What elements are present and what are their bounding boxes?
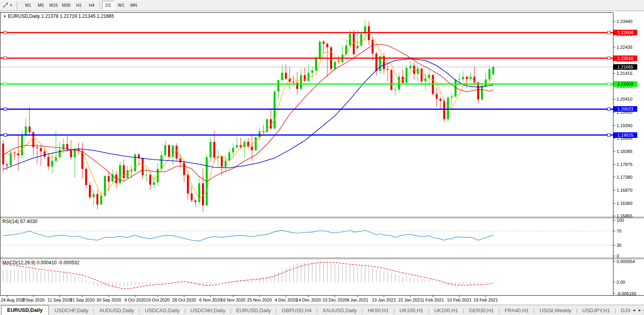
toolbar-drag-handle[interactable] bbox=[17, 2, 19, 9]
chart-tab-usdjpy-h1[interactable]: USDJPY,H1 bbox=[577, 306, 615, 315]
line-handle[interactable] bbox=[4, 31, 7, 34]
date-tick-label: 28 Oct 2020 bbox=[172, 298, 196, 302]
rsi-axis-tick-label: 70 bbox=[617, 229, 621, 233]
bull-candle bbox=[51, 161, 53, 166]
bull-candle bbox=[21, 135, 23, 155]
bear-candle bbox=[123, 165, 125, 178]
bull-candle bbox=[161, 155, 163, 169]
line-handle[interactable] bbox=[4, 83, 7, 86]
bull-candle bbox=[225, 160, 227, 167]
date-tick-label: 2 Sep 2020 bbox=[22, 298, 44, 302]
bear-candle bbox=[176, 146, 178, 158]
chart-window: 1.234401.229301.224351.219251.214151.209… bbox=[0, 11, 644, 305]
bull-candle bbox=[277, 80, 279, 92]
chart-tab-xauusd-daily[interactable]: XAUUSD,Daily bbox=[318, 306, 362, 315]
bear-candle bbox=[251, 147, 253, 151]
macd-value: 0.000410 bbox=[37, 260, 57, 265]
bull-candle bbox=[406, 68, 408, 83]
line-handle[interactable] bbox=[607, 83, 610, 86]
price-tag: 1.21002 bbox=[613, 81, 637, 87]
bear-candle bbox=[96, 194, 98, 205]
bull-candle bbox=[93, 194, 95, 197]
bear-candle bbox=[213, 142, 215, 158]
chart-tab-eurusd-daily[interactable]: EURUSD,Daily bbox=[1, 305, 49, 315]
timeframe-button-m5[interactable]: M5 bbox=[35, 1, 47, 10]
bear-candle bbox=[40, 148, 42, 151]
timeframe-button-m30[interactable]: M30 bbox=[60, 1, 73, 10]
date-tick-label: 13 Jan 2021 bbox=[372, 298, 396, 302]
tab-scroll-right-icon[interactable]: ► bbox=[638, 308, 642, 312]
bear-candle bbox=[262, 131, 264, 132]
timeframe-button-w1[interactable]: W1 bbox=[115, 1, 127, 10]
bull-candle bbox=[357, 46, 359, 48]
timeframe-button-h1[interactable]: H1 bbox=[73, 1, 85, 10]
date-tick-label: 19 Oct 2020 bbox=[146, 298, 170, 302]
chart-ohlc-values: 1.21378 1.21719 1.21345 1.21665 bbox=[41, 13, 114, 19]
date-tick-label: 25 Nov 2020 bbox=[247, 298, 272, 302]
chart-tab-uk100-h1[interactable]: UK100,H1 bbox=[429, 306, 463, 315]
bull-candle bbox=[334, 62, 336, 69]
date-tick-label: 14 Dec 2020 bbox=[296, 298, 321, 302]
chart-tab-audusd-daily[interactable]: AUDUSD,Daily bbox=[94, 306, 138, 315]
bear-candle bbox=[183, 162, 185, 175]
chart-tab-usdcad-daily[interactable]: USDCAD,Daily bbox=[140, 306, 184, 315]
line-handle[interactable] bbox=[4, 108, 7, 111]
toolbar-separator bbox=[100, 2, 100, 9]
chart-collapse-icon[interactable]: ▼ bbox=[3, 15, 6, 18]
bull-candle bbox=[164, 145, 166, 155]
bull-candle bbox=[492, 67, 494, 74]
line-handle[interactable] bbox=[607, 108, 610, 111]
line-handle[interactable] bbox=[4, 57, 7, 59]
bull-candle bbox=[409, 66, 411, 68]
tab-scroll-left-icon[interactable]: ◄ bbox=[632, 308, 636, 312]
bull-candle bbox=[360, 34, 362, 46]
bear-candle bbox=[443, 101, 445, 119]
price-axis-tick-label: 1.19390 bbox=[617, 123, 632, 128]
chart-title: ▼EURUSD,Daily 1.21378 1.21719 1.21345 1.… bbox=[3, 13, 114, 19]
line-handle[interactable] bbox=[4, 134, 7, 136]
chart-tab-usoil-weekly[interactable]: USOil,Weekly bbox=[535, 306, 576, 315]
bull-candle bbox=[308, 73, 310, 81]
bull-candle bbox=[488, 69, 490, 80]
chart-tab-fra40-h1[interactable]: FRA40,H1 bbox=[500, 306, 534, 315]
date-tick-label: 11 Sep 2020 bbox=[48, 298, 72, 302]
bear-candle bbox=[6, 164, 8, 166]
timeframe-button-mn[interactable]: MN bbox=[127, 1, 140, 10]
date-tick-label: 24 Aug 2020 bbox=[1, 298, 25, 302]
chart-tab-ger30-h1[interactable]: GER30,H1 bbox=[464, 306, 499, 315]
bull-candle bbox=[398, 76, 400, 89]
bull-candle bbox=[127, 170, 129, 178]
timeframe-button-h4[interactable]: H4 bbox=[85, 1, 98, 10]
chart-tab-usdchf-daily[interactable]: USDCHF,Daily bbox=[50, 306, 93, 315]
line-handle[interactable] bbox=[607, 57, 610, 59]
rsi-indicator-label: RSI(14) 57.4030 bbox=[2, 219, 37, 224]
price-chart-canvas[interactable]: 1.234401.229301.224351.219251.214151.209… bbox=[0, 11, 644, 305]
rsi-axis-tick-label: 0 bbox=[617, 254, 619, 258]
timeframe-button-m1[interactable]: M1 bbox=[22, 1, 35, 10]
date-tick-label: 23 Dec 2020 bbox=[323, 298, 347, 302]
chart-tab-uk100-h1[interactable]: UK100,H1 bbox=[395, 306, 428, 315]
date-tick-label: 10 Feb 2021 bbox=[447, 298, 472, 302]
chart-tab-eurusd-daily[interactable]: EURUSD,Daily bbox=[231, 306, 275, 315]
chart-tab-hk50-h1[interactable]: HK50,H1 bbox=[363, 306, 394, 315]
line-handle[interactable] bbox=[607, 134, 610, 136]
price-axis-tick-label: 1.21415 bbox=[617, 71, 632, 76]
line-handle[interactable] bbox=[607, 31, 610, 34]
bear-candle bbox=[327, 44, 329, 47]
bear-candle bbox=[89, 185, 91, 197]
bear-candle bbox=[142, 158, 144, 175]
chart-symbol-label: EURUSD,Daily bbox=[8, 13, 40, 19]
bear-candle bbox=[48, 157, 50, 167]
bear-candle bbox=[138, 155, 140, 158]
price-axis-tick-label: 1.18385 bbox=[617, 149, 632, 154]
timeframe-button-d1[interactable]: D1 bbox=[102, 1, 115, 10]
bull-candle bbox=[300, 75, 302, 89]
bear-candle bbox=[17, 153, 19, 155]
crosshair-tool-button[interactable]: ▼ bbox=[1, 2, 14, 9]
chart-tab-usdcnh-daily[interactable]: USDCNH,Daily bbox=[186, 306, 230, 315]
price-tag: 1.23004 bbox=[613, 30, 637, 35]
bull-candle bbox=[274, 92, 276, 128]
timeframe-button-m15[interactable]: M15 bbox=[47, 1, 60, 10]
bear-candle bbox=[390, 70, 392, 90]
chart-tab-gbpusd-h4[interactable]: GBPUSD,H4 bbox=[277, 306, 316, 315]
